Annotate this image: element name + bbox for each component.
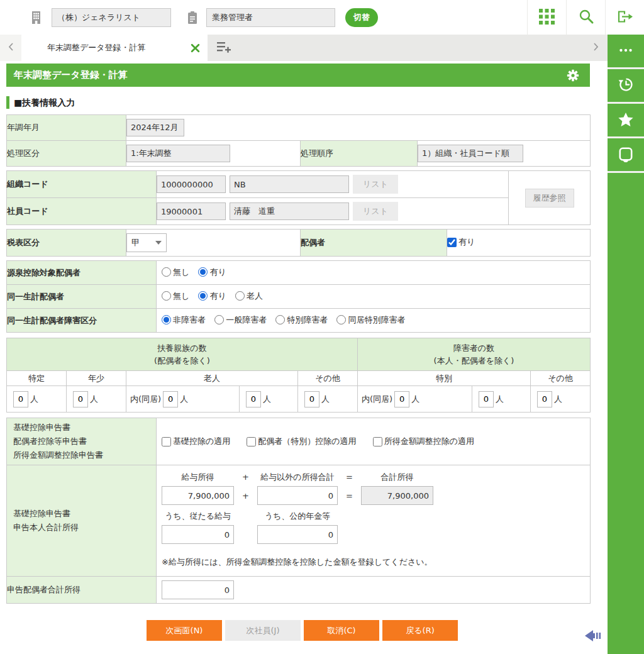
back-button[interactable]: 戻る(R) xyxy=(382,620,458,641)
income-adjustment-checkbox-input[interactable] xyxy=(373,437,382,446)
history-button[interactable] xyxy=(608,69,644,102)
logout-button[interactable] xyxy=(605,0,644,35)
count-shogai-sonota-input[interactable] xyxy=(537,391,552,407)
star-icon xyxy=(617,111,635,130)
prev-tab-button[interactable] xyxy=(0,35,21,61)
sub-pension-input[interactable] xyxy=(257,525,338,544)
radio-disability-cohab-special[interactable]: 同居特別障害者 xyxy=(336,314,405,326)
emp-code-input[interactable] xyxy=(157,202,226,220)
spouse-income-input[interactable] xyxy=(162,580,234,599)
income-adjustment-checkbox[interactable]: 所得金額調整控除の適用 xyxy=(373,436,474,447)
section-title: ■扶養情報入力 xyxy=(6,96,608,109)
count-fuyo-sonota-input[interactable] xyxy=(304,391,319,407)
radio-gensen-nashi[interactable]: 無し xyxy=(162,267,189,278)
table-row: 年調年月 xyxy=(7,115,591,141)
radio-label: 有り xyxy=(209,267,226,278)
sub-pension-header: うち、公的年金等 xyxy=(257,510,338,523)
table-row: 組織コード リスト 履歴参照 xyxy=(7,171,591,198)
footer-buttons: 次画面(N) 次社員(J) 取消(C) 戻る(R) xyxy=(147,620,608,641)
nencho-ym-input[interactable] xyxy=(126,119,184,136)
sub-salary-input[interactable] xyxy=(162,525,234,544)
new-tab-button[interactable] xyxy=(208,35,240,61)
spouse-checkbox[interactable]: 有り xyxy=(447,236,475,248)
equals-sign: = xyxy=(338,491,361,501)
spouse-deduction-checkbox[interactable]: 配偶者（特別）控除の適用 xyxy=(247,436,356,447)
unit-label: 人 xyxy=(496,394,504,405)
tax-table-select[interactable]: 甲 xyxy=(126,233,167,252)
basic-deduction-checkbox[interactable]: 基礎控除の適用 xyxy=(162,436,230,447)
gear-icon[interactable] xyxy=(566,69,580,82)
tax-spouse-table: 税表区分 甲 配偶者 有り xyxy=(6,229,591,257)
radio-gensen-ari[interactable]: 有り xyxy=(198,267,226,278)
top-header: 切替 xyxy=(0,0,644,35)
count-nensho-input[interactable] xyxy=(73,391,88,407)
tray-button[interactable] xyxy=(608,138,644,171)
count-rojin-dokyo-input[interactable] xyxy=(163,391,178,407)
emp-name-input[interactable] xyxy=(230,202,349,220)
next-tab-button[interactable] xyxy=(587,35,604,61)
radio-gensen-nashi-input[interactable] xyxy=(162,267,171,277)
next-employee-button[interactable]: 次社員(J) xyxy=(225,620,301,641)
org-name-input[interactable] xyxy=(230,175,349,193)
radio-disability-general-input[interactable] xyxy=(214,315,224,324)
table-row: 扶養親族の数 (配偶者を除く) 障害者の数 (本人・配偶者を除く) xyxy=(7,338,591,371)
radio-label: 非障害者 xyxy=(173,314,206,326)
radio-dosei-ari[interactable]: 有り xyxy=(198,291,226,302)
radio-disability-cohab-special-input[interactable] xyxy=(336,315,346,324)
apps-menu-button[interactable] xyxy=(527,0,566,35)
cohabiting-label: 内(同居) xyxy=(362,394,392,405)
unit-label: 人 xyxy=(30,394,38,405)
radio-dosei-rojin[interactable]: 老人 xyxy=(235,291,263,302)
role-input[interactable] xyxy=(206,8,335,27)
radio-dosei-rojin-input[interactable] xyxy=(235,291,245,301)
table-row: 基礎控除申告書 申告本人合計所得 給与所得 + 給与以外の所得合計 = 合計所得 xyxy=(7,465,591,577)
favorites-button[interactable] xyxy=(608,104,644,136)
count-tokubetsu-input[interactable] xyxy=(479,391,494,407)
basic-deduction-checkbox-input[interactable] xyxy=(162,437,171,446)
company-input[interactable] xyxy=(52,8,171,27)
shori-kubun-input[interactable] xyxy=(126,145,230,162)
shori-junjo-input[interactable] xyxy=(418,145,523,162)
income-table: 基礎控除申告書 配偶者控除等申告書 所得金額調整控除申告書 基礎控除の適用 配偶… xyxy=(6,418,591,604)
spouse-deduction-checkbox-input[interactable] xyxy=(247,437,256,446)
spouse-checkbox-input[interactable] xyxy=(447,238,457,247)
dosei-disability-label: 同一生計配偶者障害区分 xyxy=(7,309,157,333)
count-tokutei-input[interactable] xyxy=(13,391,28,407)
radio-disability-special-input[interactable] xyxy=(275,315,285,324)
radio-gensen-ari-input[interactable] xyxy=(198,267,208,277)
radio-disability-special[interactable]: 特別障害者 xyxy=(275,314,328,326)
search-button[interactable] xyxy=(566,0,605,35)
dropdown-arrow-icon xyxy=(155,241,162,245)
tab-label: 年末調整データ登録・計算 xyxy=(47,42,191,53)
emp-list-button[interactable]: リスト xyxy=(353,202,398,221)
history-reference-button[interactable]: 履歴参照 xyxy=(525,189,574,208)
radio-dosei-nashi-input[interactable] xyxy=(162,291,171,301)
close-tab-icon[interactable] xyxy=(191,43,200,53)
switch-button[interactable]: 切替 xyxy=(345,8,378,27)
next-screen-button[interactable]: 次画面(N) xyxy=(147,620,222,641)
more-menu-button[interactable] xyxy=(608,35,644,67)
nencho-ym-label: 年調年月 xyxy=(7,115,126,141)
org-list-button[interactable]: リスト xyxy=(353,175,398,194)
org-code-input[interactable] xyxy=(157,175,226,193)
radio-disability-none[interactable]: 非障害者 xyxy=(162,314,206,326)
col-header-rojin: 老人 xyxy=(126,371,298,386)
col-header-sonota2: その他 xyxy=(531,371,591,386)
count-tokubetsu-dokyo-input[interactable] xyxy=(394,391,409,407)
screen-title-bar: 年末調整データ登録・計算 xyxy=(6,64,590,87)
equals-sign: = xyxy=(338,471,361,484)
unit-label: 人 xyxy=(411,394,419,405)
right-sidebar xyxy=(608,35,644,654)
other-income-input[interactable] xyxy=(257,486,338,505)
salary-income-input[interactable] xyxy=(162,486,234,505)
radio-dosei-ari-input[interactable] xyxy=(198,291,208,301)
cancel-button[interactable]: 取消(C) xyxy=(304,620,379,641)
radio-disability-none-input[interactable] xyxy=(162,315,171,324)
count-rojin-input[interactable] xyxy=(246,391,261,407)
tab-nencho-data[interactable]: 年末調整データ登録・計算 xyxy=(21,35,208,61)
radio-disability-general[interactable]: 一般障害者 xyxy=(214,314,267,326)
gensen-spouse-label: 源泉控除対象配偶者 xyxy=(7,261,157,285)
radio-dosei-nashi[interactable]: 無し xyxy=(162,291,189,302)
collapse-sidebar-button[interactable] xyxy=(584,628,605,646)
radio-label: 特別障害者 xyxy=(287,314,328,326)
